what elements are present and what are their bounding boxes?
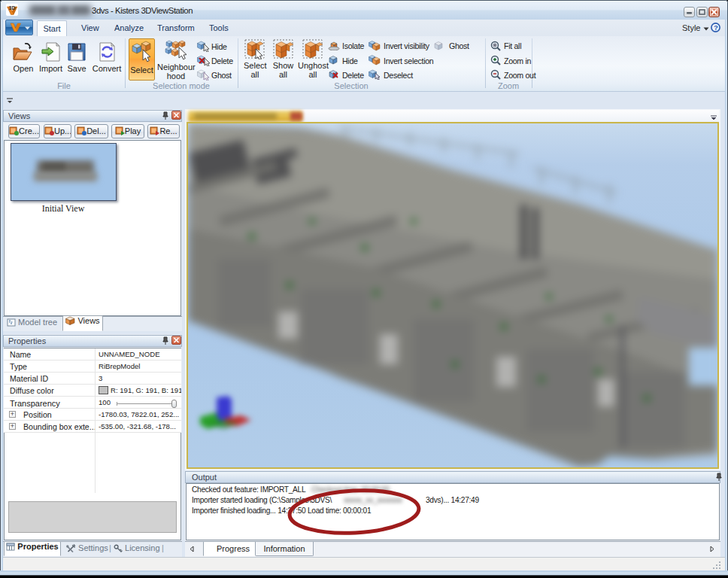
svg-text:3D: 3D	[9, 5, 16, 11]
svg-text:?: ?	[714, 23, 718, 32]
